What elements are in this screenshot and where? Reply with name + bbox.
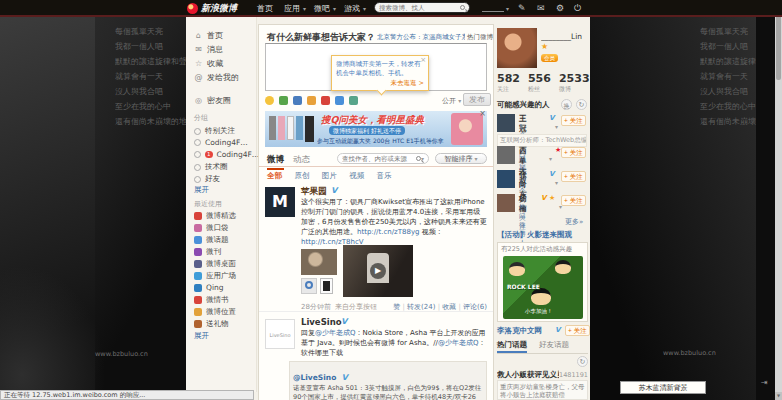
mention-link[interactable]: @少年老成Q: [438, 339, 479, 347]
weibo-logo-icon[interactable]: [187, 3, 198, 14]
app-item[interactable]: Qing: [194, 283, 224, 292]
favorite-action[interactable]: 收藏: [442, 303, 456, 311]
follow-button[interactable]: + 关注: [561, 147, 586, 158]
profile-avatar[interactable]: [497, 28, 537, 68]
filter-original[interactable]: 原创: [294, 171, 309, 180]
logout-icon[interactable]: ⏻: [574, 0, 581, 17]
quoted-author[interactable]: @LiveSino: [293, 373, 336, 382]
filter-music[interactable]: 音乐: [377, 171, 392, 180]
sidebar-item-favorites[interactable]: ☆收藏: [194, 58, 223, 69]
post-video-thumb[interactable]: ▶: [343, 245, 413, 297]
refresh-icon[interactable]: ↻: [577, 356, 588, 367]
smart-sort-button[interactable]: 智能排序 ▾: [435, 153, 487, 164]
sidebar-item-messages[interactable]: ✉消息: [194, 44, 223, 55]
tab-weibo[interactable]: 微博: [267, 154, 284, 170]
filter-images[interactable]: 图片: [322, 171, 337, 180]
close-icon[interactable]: ×: [479, 111, 486, 118]
avatar[interactable]: [497, 114, 515, 132]
profile-username[interactable]: ________Lin: [541, 32, 587, 41]
sidebar-item-sent-to-me[interactable]: @发给我的: [194, 72, 239, 83]
group-special-follow[interactable]: 特别关注: [194, 126, 235, 136]
avatar[interactable]: [497, 170, 515, 188]
scroll-down-arrow[interactable]: ▼: [775, 392, 782, 400]
topic-icon[interactable]: [307, 96, 316, 105]
tab-hot-topics[interactable]: 热门话题: [497, 340, 527, 353]
post-link[interactable]: http://t.cn/zT88yg: [357, 228, 420, 236]
video-icon[interactable]: [293, 96, 302, 105]
topic-title[interactable]: 救人小贩获评见义勇为: [497, 370, 559, 380]
app-item[interactable]: 应用广场: [194, 271, 236, 281]
group-tech[interactable]: 技术圈: [194, 162, 228, 172]
nav-weiba[interactable]: 微吧: [314, 0, 330, 17]
scrollbar-thumb[interactable]: [776, 10, 781, 80]
ad-banner[interactable]: 搜Q问美女，看明星盛典 微博独家福利 好礼送不停 参与互动就能赢大奖 200台 …: [265, 111, 487, 147]
nav-games[interactable]: 游戏: [344, 0, 360, 17]
nav-home[interactable]: 首页: [257, 0, 273, 17]
mail-icon[interactable]: ✉: [537, 0, 545, 17]
poll-icon[interactable]: [335, 96, 344, 105]
music-icon[interactable]: [321, 96, 330, 105]
filter-all[interactable]: 全部: [267, 171, 282, 180]
activity-header-link[interactable]: 【活动】火影迷来围观: [497, 230, 572, 240]
scrollbar[interactable]: ▲ ▼: [775, 0, 782, 400]
group-coding4f-2[interactable]: 1Coding4F…: [194, 150, 259, 159]
event-icon[interactable]: [349, 96, 358, 105]
feed-search-input[interactable]: [342, 155, 416, 163]
filter-video[interactable]: 视频: [349, 171, 364, 180]
global-search-input[interactable]: [379, 4, 460, 12]
weibo-logo-text[interactable]: 新浪微博: [201, 0, 237, 17]
post-image-thumb[interactable]: [320, 278, 333, 294]
follow-button[interactable]: + 关注: [561, 171, 586, 182]
comment-action[interactable]: 评论(6): [463, 303, 487, 311]
global-search[interactable]: [374, 2, 470, 13]
member-badge[interactable]: 会员: [541, 54, 558, 62]
follow-button[interactable]: + 关注: [561, 195, 586, 206]
search-icon[interactable]: [416, 156, 421, 161]
app-item[interactable]: 送礼物: [194, 319, 229, 329]
activity-account-link[interactable]: 李洛克中文网: [497, 326, 542, 336]
swap-button[interactable]: 换: [561, 99, 572, 110]
search-icon[interactable]: [460, 5, 465, 10]
groups-expand-link[interactable]: 展开: [194, 185, 209, 195]
app-item[interactable]: 微刊: [194, 247, 221, 257]
close-icon[interactable]: ×: [420, 56, 426, 64]
dock-collapse-icon[interactable]: ⇥: [761, 378, 768, 387]
stat-following[interactable]: 582关注: [497, 72, 520, 94]
post-image-thumb[interactable]: [301, 249, 337, 275]
stat-posts[interactable]: 2533微博: [559, 72, 590, 94]
avatar[interactable]: [497, 194, 515, 212]
app-item[interactable]: 微话题: [194, 235, 229, 245]
composer-notice-link[interactable]: 北京警方公布：京温商城女子系自主坠楼身亡: [377, 33, 465, 42]
group-friends[interactable]: 好友: [194, 174, 220, 184]
refresh-icon[interactable]: ↻: [576, 99, 587, 110]
avatar[interactable]: LiveSino: [265, 319, 295, 349]
mention-link[interactable]: @少年老成Q: [315, 329, 356, 337]
follow-button[interactable]: + 关注: [561, 115, 586, 126]
caret-down-icon[interactable]: ▾: [506, 0, 509, 17]
gear-icon[interactable]: ⚙: [556, 0, 564, 17]
compose-icon[interactable]: ✎: [518, 0, 526, 17]
app-item[interactable]: 微博桌面: [194, 259, 236, 269]
sidebar-item-home[interactable]: ⌂首页: [194, 30, 223, 41]
avatar[interactable]: [497, 146, 515, 164]
app-item[interactable]: 微口袋: [194, 223, 229, 233]
activity-image[interactable]: ROCK LEE 小李加油！: [503, 256, 583, 319]
app-item[interactable]: 微博位置: [194, 307, 236, 317]
publish-button[interactable]: 发布: [463, 93, 491, 106]
mini-dropdown[interactable]: [482, 11, 504, 12]
post-image-thumb[interactable]: [301, 278, 317, 294]
visibility-dropdown[interactable]: 公开 ▾: [442, 96, 461, 106]
tab-friend-topics[interactable]: 好友话题: [539, 340, 569, 350]
nav-apps[interactable]: 应用: [284, 0, 300, 17]
emoticon-icon[interactable]: [265, 96, 274, 105]
stat-followers[interactable]: 556粉丝: [528, 72, 551, 94]
sidebar-item-close-friends[interactable]: ◎密友圈: [194, 95, 231, 106]
apps-expand-link[interactable]: 展开: [194, 331, 209, 341]
hot-weibo-link[interactable]: 热门微博: [467, 33, 493, 42]
post-author[interactable]: LiveSino: [301, 317, 342, 327]
avatar[interactable]: M: [265, 187, 295, 217]
suggestions-more-link[interactable]: 更多»: [565, 217, 583, 227]
follow-button[interactable]: + 关注: [565, 325, 590, 336]
tab-activity[interactable]: 动态: [293, 154, 310, 166]
repost-action[interactable]: 转发(24): [407, 303, 435, 311]
